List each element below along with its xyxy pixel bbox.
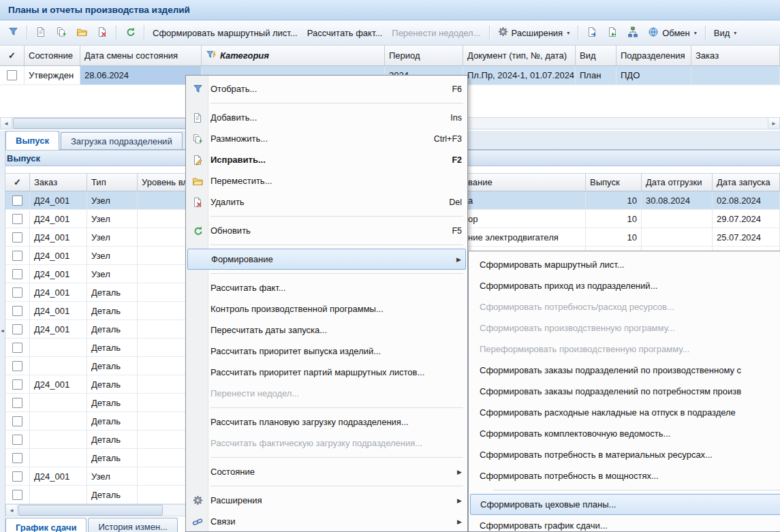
row-checkbox[interactable] — [12, 195, 22, 206]
view-button[interactable]: Вид ▾ — [710, 24, 741, 42]
menu-item[interactable]: Состояние▶ — [186, 461, 467, 482]
extensions-button[interactable]: Расширения ▾ — [494, 24, 574, 42]
cell-checkbox[interactable] — [5, 265, 30, 283]
cell-type[interactable]: Деталь — [87, 412, 138, 431]
import-button[interactable] — [603, 24, 622, 42]
column-header-check[interactable]: ✓ — [5, 174, 30, 191]
column-header-order[interactable]: Заказ — [691, 46, 780, 65]
exchange-button[interactable]: Обмен ▾ — [644, 24, 701, 42]
column-header-launch-date[interactable]: Дата запуска — [713, 174, 780, 191]
cell-checkbox[interactable] — [5, 302, 30, 320]
menu-item[interactable]: Рассчитать плановую загрузку подразделен… — [186, 411, 467, 433]
scroll-left-arrow[interactable]: ◄ — [1, 118, 12, 129]
cell-type[interactable]: Деталь — [87, 449, 138, 467]
cell-order[interactable]: Д24_001 — [30, 210, 87, 228]
column-header-ship-date[interactable]: Дата отгрузки — [642, 174, 713, 191]
cell-type[interactable]: Узел — [87, 467, 138, 486]
cell-order[interactable]: Д24_001 — [30, 320, 87, 339]
pane-splitter[interactable]: ◄ — [0, 131, 5, 532]
tab-output[interactable]: Выпуск — [5, 131, 59, 150]
menu-item[interactable]: Расширения▶ — [186, 490, 467, 511]
cell-order[interactable] — [30, 357, 87, 375]
menu-item[interactable]: Размножить...Ctrl+F3 — [186, 128, 467, 149]
menu-item[interactable]: Сформировать маршрутный лист... — [469, 254, 780, 275]
cell-type[interactable]: Деталь — [87, 375, 138, 394]
cell-checkbox[interactable] — [5, 339, 30, 357]
cell-checkbox[interactable] — [5, 431, 30, 449]
menu-item[interactable]: Сформировать цеховые планы... — [470, 494, 780, 515]
row-checkbox[interactable] — [12, 490, 22, 500]
cell-type[interactable]: Деталь — [87, 339, 138, 357]
cell-type[interactable]: Деталь — [87, 486, 138, 504]
column-header-kind[interactable]: Вид — [576, 46, 617, 65]
filter-button[interactable] — [4, 24, 22, 42]
cell-type[interactable]: Деталь — [87, 283, 138, 302]
row-checkbox[interactable] — [7, 70, 17, 80]
menu-item[interactable]: Контроль производственной программы... — [186, 298, 467, 319]
cell-order[interactable] — [30, 431, 87, 449]
cell-type[interactable]: Деталь — [87, 357, 138, 375]
cell-order[interactable]: Д24_001 — [30, 283, 87, 302]
cell-departments[interactable]: ПДО — [617, 66, 691, 85]
row-checkbox[interactable] — [12, 398, 22, 408]
cell-output[interactable]: 10 — [586, 210, 642, 228]
cell-checkbox[interactable] — [5, 191, 30, 210]
column-header-category[interactable]: Категория — [202, 46, 385, 65]
menu-item[interactable]: Сформировать расходные накладные на отпу… — [469, 402, 780, 423]
menu-item[interactable]: Добавить...Ins — [186, 107, 467, 128]
cell-order[interactable] — [30, 412, 87, 431]
column-header-document[interactable]: Документ (тип, №, дата) — [463, 46, 576, 65]
delete-button[interactable] — [93, 24, 112, 42]
row-checkbox[interactable] — [12, 251, 22, 261]
scroll-right-arrow[interactable]: ► — [768, 118, 779, 129]
structure-button[interactable] — [623, 24, 642, 42]
cell-checkbox[interactable] — [5, 283, 30, 302]
cell-checkbox[interactable] — [5, 394, 30, 412]
cell-ship-date[interactable] — [642, 228, 713, 247]
cell-type[interactable]: Деталь — [87, 431, 138, 449]
cell-checkbox[interactable] — [5, 210, 30, 228]
row-checkbox[interactable] — [12, 306, 22, 316]
cell-type[interactable]: Узел — [87, 265, 138, 283]
cell-checkbox[interactable] — [5, 486, 30, 504]
cell-checkbox[interactable] — [0, 66, 25, 85]
row-checkbox[interactable] — [12, 269, 22, 279]
row-checkbox[interactable] — [12, 232, 22, 242]
move-button[interactable] — [72, 24, 91, 42]
menu-item[interactable]: Рассчитать факт... — [186, 277, 467, 298]
cell-order[interactable]: Д24_001 — [30, 302, 87, 320]
cell-kind[interactable]: План — [576, 66, 617, 85]
export-button[interactable] — [582, 24, 602, 42]
cell-type[interactable]: Деталь — [87, 320, 138, 339]
cell-checkbox[interactable] — [5, 412, 30, 431]
menu-item[interactable]: Переместить... — [186, 170, 467, 191]
menu-item[interactable]: Пересчитать даты запуска... — [186, 319, 467, 341]
cell-order[interactable] — [30, 486, 87, 504]
menu-item[interactable]: Сформировать комплектовочную ведомость..… — [469, 423, 780, 444]
cell-checkbox[interactable] — [5, 320, 30, 339]
cell-ship-date[interactable] — [642, 210, 713, 228]
column-header-period[interactable]: Период — [385, 46, 463, 65]
cell-launch-date[interactable]: 29.07.2024 — [713, 210, 780, 228]
cell-order[interactable]: Д24_001 — [30, 191, 87, 210]
cell-checkbox[interactable] — [5, 467, 30, 486]
cell-checkbox[interactable] — [5, 228, 30, 247]
column-header-departments[interactable]: Подразделения — [617, 46, 691, 65]
row-checkbox[interactable] — [12, 343, 22, 353]
column-header-type[interactable]: Тип — [87, 174, 138, 191]
menu-item[interactable]: Рассчитать приоритет выпуска изделий... — [186, 341, 467, 362]
menu-item[interactable]: Сформировать потребность в материальных … — [469, 444, 780, 465]
tab-load-departments[interactable]: Загрузка подразделений — [61, 132, 183, 149]
row-checkbox[interactable] — [12, 361, 22, 371]
cell-document[interactable]: Пл.Пр, 2024-1, 01.07.2024 — [463, 66, 576, 85]
column-header-output[interactable]: Выпуск — [586, 174, 642, 191]
tab-change-history[interactable]: История измен... — [88, 518, 177, 532]
menu-item[interactable]: Отобрать...F6 — [186, 78, 467, 99]
column-header-check[interactable]: ✓ — [0, 46, 25, 65]
row-checkbox[interactable] — [12, 214, 22, 224]
cell-launch-date[interactable]: 25.07.2024 — [713, 228, 780, 247]
row-checkbox[interactable] — [12, 453, 22, 463]
menu-item[interactable]: Рассчитать приоритет партий маршрутных л… — [186, 362, 467, 383]
cell-checkbox[interactable] — [5, 449, 30, 467]
scroll-left-arrow[interactable]: ◄ — [6, 505, 18, 516]
